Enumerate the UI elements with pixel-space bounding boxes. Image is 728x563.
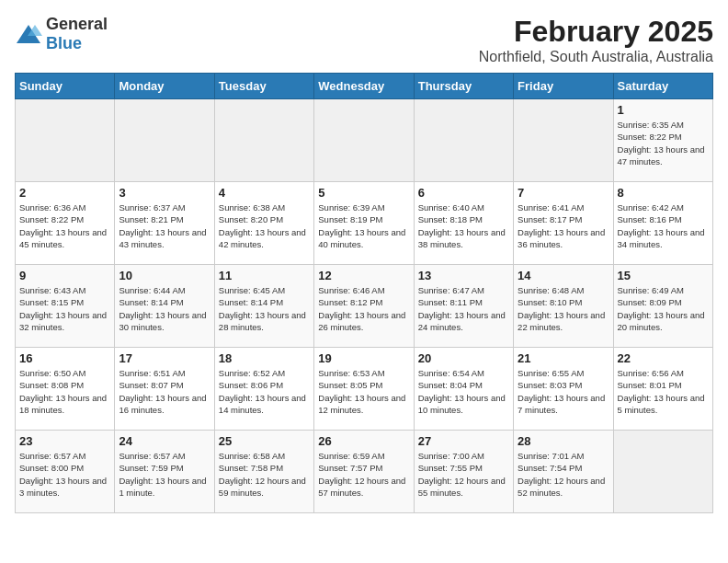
day-info: Sunrise: 6:40 AM Sunset: 8:18 PM Dayligh… bbox=[418, 201, 509, 250]
day-number: 25 bbox=[219, 434, 310, 448]
calendar-cell: 9Sunrise: 6:43 AM Sunset: 8:15 PM Daylig… bbox=[16, 265, 115, 348]
day-number: 21 bbox=[518, 351, 609, 365]
calendar-cell bbox=[514, 99, 613, 182]
day-number: 14 bbox=[518, 269, 609, 282]
header-sunday: Sunday bbox=[16, 74, 115, 99]
header: General Blue February 2025 Northfield, S… bbox=[15, 15, 713, 65]
calendar-cell: 20Sunrise: 6:54 AM Sunset: 8:04 PM Dayli… bbox=[414, 348, 513, 431]
day-info: Sunrise: 6:48 AM Sunset: 8:10 PM Dayligh… bbox=[518, 284, 609, 333]
calendar-cell: 23Sunrise: 6:57 AM Sunset: 8:00 PM Dayli… bbox=[16, 431, 115, 513]
calendar-cell: 21Sunrise: 6:55 AM Sunset: 8:03 PM Dayli… bbox=[514, 348, 613, 431]
day-info: Sunrise: 6:38 AM Sunset: 8:20 PM Dayligh… bbox=[219, 201, 310, 250]
subtitle: Northfield, South Australia, Australia bbox=[479, 49, 713, 65]
header-wednesday: Wednesday bbox=[314, 74, 414, 99]
header-thursday: Thursday bbox=[414, 74, 513, 99]
calendar-week-row: 23Sunrise: 6:57 AM Sunset: 8:00 PM Dayli… bbox=[16, 431, 713, 513]
day-info: Sunrise: 6:46 AM Sunset: 8:12 PM Dayligh… bbox=[318, 284, 409, 333]
calendar-header-row: SundayMondayTuesdayWednesdayThursdayFrid… bbox=[16, 74, 713, 99]
calendar-cell: 19Sunrise: 6:53 AM Sunset: 8:05 PM Dayli… bbox=[314, 348, 414, 431]
calendar-cell bbox=[214, 99, 313, 182]
day-info: Sunrise: 6:58 AM Sunset: 7:58 PM Dayligh… bbox=[219, 450, 310, 499]
calendar-cell: 18Sunrise: 6:52 AM Sunset: 8:06 PM Dayli… bbox=[214, 348, 313, 431]
day-number: 6 bbox=[418, 186, 509, 200]
calendar-cell bbox=[16, 99, 115, 182]
calendar-cell: 3Sunrise: 6:37 AM Sunset: 8:21 PM Daylig… bbox=[115, 182, 214, 265]
day-number: 20 bbox=[418, 351, 509, 365]
day-number: 5 bbox=[318, 186, 409, 200]
calendar-cell: 4Sunrise: 6:38 AM Sunset: 8:20 PM Daylig… bbox=[214, 182, 313, 265]
calendar-table: SundayMondayTuesdayWednesdayThursdayFrid… bbox=[15, 73, 713, 513]
day-info: Sunrise: 6:44 AM Sunset: 8:14 PM Dayligh… bbox=[119, 284, 210, 333]
day-number: 24 bbox=[119, 434, 210, 448]
day-number: 23 bbox=[19, 434, 110, 448]
calendar-cell: 16Sunrise: 6:50 AM Sunset: 8:08 PM Dayli… bbox=[16, 348, 115, 431]
day-info: Sunrise: 6:42 AM Sunset: 8:16 PM Dayligh… bbox=[618, 201, 709, 250]
logo: General Blue bbox=[15, 15, 108, 53]
header-friday: Friday bbox=[514, 74, 613, 99]
day-number: 28 bbox=[518, 434, 609, 448]
day-number: 10 bbox=[119, 269, 210, 282]
calendar-week-row: 9Sunrise: 6:43 AM Sunset: 8:15 PM Daylig… bbox=[16, 265, 713, 348]
day-number: 8 bbox=[618, 186, 709, 200]
calendar-cell: 26Sunrise: 6:59 AM Sunset: 7:57 PM Dayli… bbox=[314, 431, 414, 513]
calendar-cell: 11Sunrise: 6:45 AM Sunset: 8:14 PM Dayli… bbox=[214, 265, 313, 348]
day-number: 1 bbox=[618, 103, 709, 117]
day-number: 17 bbox=[119, 351, 210, 365]
calendar-cell: 22Sunrise: 6:56 AM Sunset: 8:01 PM Dayli… bbox=[613, 348, 712, 431]
day-number: 12 bbox=[318, 269, 409, 282]
calendar-week-row: 2Sunrise: 6:36 AM Sunset: 8:22 PM Daylig… bbox=[16, 182, 713, 265]
day-info: Sunrise: 6:49 AM Sunset: 8:09 PM Dayligh… bbox=[618, 284, 709, 333]
day-info: Sunrise: 6:56 AM Sunset: 8:01 PM Dayligh… bbox=[618, 367, 709, 416]
day-info: Sunrise: 6:41 AM Sunset: 8:17 PM Dayligh… bbox=[518, 201, 609, 250]
calendar-cell bbox=[115, 99, 214, 182]
logo-text: General Blue bbox=[46, 15, 108, 53]
day-number: 13 bbox=[418, 269, 509, 282]
calendar-cell bbox=[414, 99, 513, 182]
day-info: Sunrise: 6:53 AM Sunset: 8:05 PM Dayligh… bbox=[318, 367, 409, 416]
day-info: Sunrise: 6:59 AM Sunset: 7:57 PM Dayligh… bbox=[318, 450, 409, 499]
calendar-cell: 2Sunrise: 6:36 AM Sunset: 8:22 PM Daylig… bbox=[16, 182, 115, 265]
calendar-cell: 8Sunrise: 6:42 AM Sunset: 8:16 PM Daylig… bbox=[613, 182, 712, 265]
title-area: February 2025 Northfield, South Australi… bbox=[479, 15, 713, 65]
day-info: Sunrise: 6:51 AM Sunset: 8:07 PM Dayligh… bbox=[119, 367, 210, 416]
calendar-cell: 10Sunrise: 6:44 AM Sunset: 8:14 PM Dayli… bbox=[115, 265, 214, 348]
calendar-cell: 6Sunrise: 6:40 AM Sunset: 8:18 PM Daylig… bbox=[414, 182, 513, 265]
day-number: 7 bbox=[518, 186, 609, 200]
header-tuesday: Tuesday bbox=[214, 74, 313, 99]
day-number: 3 bbox=[119, 186, 210, 200]
day-number: 11 bbox=[219, 269, 310, 282]
day-info: Sunrise: 6:43 AM Sunset: 8:15 PM Dayligh… bbox=[19, 284, 110, 333]
header-saturday: Saturday bbox=[613, 74, 712, 99]
day-number: 26 bbox=[318, 434, 409, 448]
calendar-week-row: 16Sunrise: 6:50 AM Sunset: 8:08 PM Dayli… bbox=[16, 348, 713, 431]
calendar-cell: 1Sunrise: 6:35 AM Sunset: 8:22 PM Daylig… bbox=[613, 99, 712, 182]
day-number: 19 bbox=[318, 351, 409, 365]
day-info: Sunrise: 6:57 AM Sunset: 8:00 PM Dayligh… bbox=[19, 450, 110, 499]
calendar-week-row: 1Sunrise: 6:35 AM Sunset: 8:22 PM Daylig… bbox=[16, 99, 713, 182]
day-number: 4 bbox=[219, 186, 310, 200]
header-monday: Monday bbox=[115, 74, 214, 99]
calendar-cell bbox=[314, 99, 414, 182]
day-info: Sunrise: 6:55 AM Sunset: 8:03 PM Dayligh… bbox=[518, 367, 609, 416]
calendar-cell: 12Sunrise: 6:46 AM Sunset: 8:12 PM Dayli… bbox=[314, 265, 414, 348]
calendar-cell: 25Sunrise: 6:58 AM Sunset: 7:58 PM Dayli… bbox=[214, 431, 313, 513]
calendar-cell: 15Sunrise: 6:49 AM Sunset: 8:09 PM Dayli… bbox=[613, 265, 712, 348]
calendar-cell bbox=[613, 431, 712, 513]
day-info: Sunrise: 7:01 AM Sunset: 7:54 PM Dayligh… bbox=[518, 450, 609, 499]
day-info: Sunrise: 6:39 AM Sunset: 8:19 PM Dayligh… bbox=[318, 201, 409, 250]
day-info: Sunrise: 6:37 AM Sunset: 8:21 PM Dayligh… bbox=[119, 201, 210, 250]
day-number: 16 bbox=[19, 351, 110, 365]
day-info: Sunrise: 6:57 AM Sunset: 7:59 PM Dayligh… bbox=[119, 450, 210, 499]
calendar-cell: 14Sunrise: 6:48 AM Sunset: 8:10 PM Dayli… bbox=[514, 265, 613, 348]
day-number: 18 bbox=[219, 351, 310, 365]
day-info: Sunrise: 6:52 AM Sunset: 8:06 PM Dayligh… bbox=[219, 367, 310, 416]
calendar-cell: 24Sunrise: 6:57 AM Sunset: 7:59 PM Dayli… bbox=[115, 431, 214, 513]
calendar-cell: 28Sunrise: 7:01 AM Sunset: 7:54 PM Dayli… bbox=[514, 431, 613, 513]
logo-icon bbox=[15, 23, 42, 45]
calendar-cell: 27Sunrise: 7:00 AM Sunset: 7:55 PM Dayli… bbox=[414, 431, 513, 513]
logo-blue: Blue bbox=[46, 34, 82, 52]
day-info: Sunrise: 6:54 AM Sunset: 8:04 PM Dayligh… bbox=[418, 367, 509, 416]
day-number: 15 bbox=[618, 269, 709, 282]
calendar-cell: 7Sunrise: 6:41 AM Sunset: 8:17 PM Daylig… bbox=[514, 182, 613, 265]
calendar-cell: 17Sunrise: 6:51 AM Sunset: 8:07 PM Dayli… bbox=[115, 348, 214, 431]
